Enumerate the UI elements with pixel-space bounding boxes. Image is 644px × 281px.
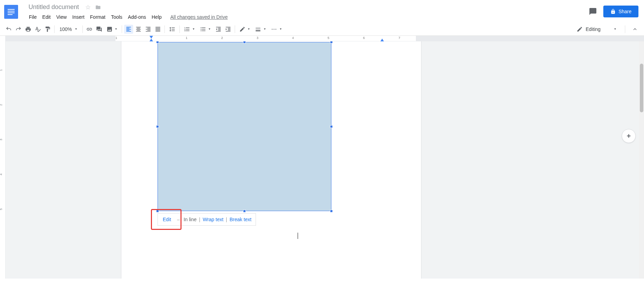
clear-formatting-button[interactable]: ▼	[237, 25, 252, 34]
undo-button[interactable]	[4, 25, 13, 34]
border-dash-button[interactable]: ▼	[269, 25, 284, 34]
left-indent-icon[interactable]	[150, 39, 153, 41]
menu-format[interactable]: Format	[88, 13, 108, 21]
align-center-button[interactable]	[134, 25, 143, 34]
pencil-icon	[577, 26, 583, 32]
bulleted-list-button[interactable]: ▼	[198, 25, 213, 34]
menu-tools[interactable]: Tools	[108, 13, 125, 21]
insert-comment-button[interactable]	[95, 25, 104, 34]
vertical-ruler[interactable]: 1 2 3 4 5	[0, 36, 6, 279]
align-justify-button[interactable]	[153, 25, 162, 34]
resize-handle-bm[interactable]	[243, 210, 246, 212]
docs-logo-icon	[8, 8, 15, 16]
print-button[interactable]	[24, 25, 33, 34]
menu-view[interactable]: View	[54, 13, 69, 21]
right-indent-icon[interactable]	[380, 39, 384, 41]
menu-file[interactable]: File	[26, 13, 39, 21]
share-button[interactable]: Share	[603, 6, 638, 17]
header-bar: Untitled document ☆ File Edit View Inser…	[0, 0, 644, 21]
vertical-scrollbar[interactable]	[639, 36, 644, 279]
wrap-inline-option[interactable]: In line	[181, 217, 198, 222]
explore-button[interactable]: +	[622, 129, 636, 143]
share-label: Share	[619, 9, 631, 14]
move-folder-icon[interactable]	[95, 5, 101, 10]
menu-addons[interactable]: Add-ons	[126, 13, 148, 21]
title-row: Untitled document ☆	[26, 3, 588, 11]
increase-indent-button[interactable]	[224, 25, 233, 34]
plus-icon: +	[627, 132, 631, 140]
paint-format-button[interactable]	[43, 25, 52, 34]
editing-mode-button[interactable]: Editing ▼	[573, 25, 620, 34]
header-right: Share	[588, 6, 638, 17]
save-status[interactable]: All changes saved in Drive	[170, 14, 228, 20]
resize-handle-mr[interactable]	[330, 125, 333, 128]
line-spacing-button[interactable]	[167, 25, 177, 34]
break-text-option[interactable]: Break text	[228, 217, 256, 222]
canvas[interactable]: Edit – In line | Wrap text | Break text …	[6, 36, 644, 279]
image-context-toolbar: Edit – In line | Wrap text | Break text	[158, 213, 256, 226]
zoom-select[interactable]: 100%▼	[57, 26, 80, 32]
align-left-button[interactable]	[124, 25, 133, 34]
numbered-list-button[interactable]: ▼	[182, 25, 197, 34]
toolbar: 100%▼ ▼ ▼ ▼ ▼ ▼ ▼ Editing ▼	[0, 23, 644, 36]
resize-handle-ml[interactable]	[156, 125, 159, 128]
redo-button[interactable]	[14, 25, 23, 34]
hide-menus-button[interactable]	[630, 24, 640, 34]
selected-drawing[interactable]	[158, 42, 331, 211]
workspace: 1 2 3 4 5 1 1 2 3 4 5 6 7 Edit	[0, 36, 644, 279]
wrap-text-option[interactable]: Wrap text	[201, 217, 225, 222]
edit-drawing-button[interactable]: Edit	[158, 217, 176, 222]
first-line-indent-icon[interactable]	[150, 36, 153, 39]
resize-handle-br[interactable]	[330, 210, 333, 212]
resize-handle-bl[interactable]	[156, 210, 159, 212]
comments-icon[interactable]	[588, 7, 598, 16]
decrease-indent-button[interactable]	[214, 25, 223, 34]
insert-link-button[interactable]	[85, 25, 94, 34]
menu-insert[interactable]: Insert	[70, 13, 87, 21]
menu-edit[interactable]: Edit	[40, 13, 53, 21]
horizontal-ruler[interactable]: 1 1 2 3 4 5 6 7	[6, 36, 644, 41]
editing-mode-label: Editing	[586, 26, 601, 32]
star-icon[interactable]: ☆	[85, 3, 91, 11]
align-right-button[interactable]	[144, 25, 153, 34]
menu-help[interactable]: Help	[149, 13, 164, 21]
menubar: File Edit View Insert Format Tools Add-o…	[26, 13, 588, 21]
docs-logo[interactable]	[4, 5, 18, 19]
text-cursor	[298, 233, 298, 239]
document-title[interactable]: Untitled document	[26, 3, 81, 11]
lock-icon	[610, 9, 616, 14]
border-weight-button[interactable]: ▼	[253, 25, 268, 34]
title-area: Untitled document ☆ File Edit View Inser…	[26, 3, 588, 21]
scrollbar-thumb[interactable]	[640, 64, 643, 112]
spellcheck-button[interactable]	[33, 25, 42, 34]
insert-image-button[interactable]: ▼	[104, 25, 120, 34]
